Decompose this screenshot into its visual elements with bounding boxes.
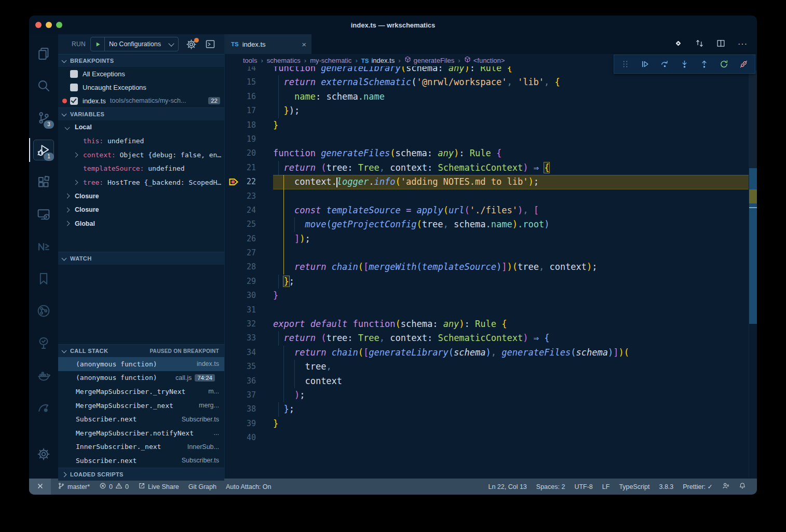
call-stack-frame[interactable]: Subscriber.nextSubscriber.ts [58, 454, 224, 468]
breadcrumb-item[interactable]: schematics [267, 57, 301, 64]
restart-button[interactable] [720, 60, 728, 69]
breadcrumb-item[interactable]: TSindex.ts [361, 57, 395, 64]
start-debug-icon[interactable] [94, 41, 101, 48]
code-line-23[interactable]: 23 [225, 189, 757, 203]
code-line-20[interactable]: 20function generateFiles(schema: any): R… [225, 146, 757, 160]
compare-icon[interactable] [695, 39, 704, 50]
configure-gear-icon[interactable] [186, 39, 197, 50]
status-auto-attach[interactable]: Auto Attach: On [221, 479, 276, 495]
code-line-24[interactable]: 24 const templateSource = apply(url('./f… [225, 203, 757, 217]
activity-item-git-graph[interactable] [29, 295, 58, 327]
code-line-17[interactable]: 17 }); [225, 104, 757, 118]
status-problems[interactable]: 00 [94, 479, 133, 495]
code-line-29[interactable]: 29 }; [225, 275, 757, 289]
breadcrumb-item[interactable]: <function> [464, 56, 505, 64]
status-git-branch[interactable]: master* [53, 479, 94, 495]
code-line-18[interactable]: 18} [225, 118, 757, 132]
call-stack-frame[interactable]: InnerSubscriber._nextInnerSub... [58, 440, 224, 454]
code-line-26[interactable]: 26 ]); [225, 232, 757, 246]
variables-header[interactable]: VARIABLES [58, 107, 224, 120]
variable-row[interactable]: templateSource: undefined [58, 162, 224, 176]
activity-item-redwood[interactable] [29, 391, 58, 424]
activity-item-source-control[interactable]: 3 [29, 102, 58, 134]
activity-item-explorer[interactable] [29, 37, 58, 70]
breakpoint-checkbox[interactable] [70, 84, 78, 91]
more-actions-icon[interactable]: ··· [738, 39, 748, 49]
call-stack-frame[interactable]: MergeMapSubscriber._tryNextm... [58, 385, 224, 399]
variable-row[interactable]: tree: HostTree {_backend: ScopedH… [58, 175, 224, 189]
breakpoint-row[interactable]: Uncaught Exceptions [58, 80, 224, 94]
code-line-31[interactable]: 31 [225, 303, 757, 317]
status-feedback[interactable] [717, 479, 734, 495]
step-over-button[interactable] [660, 60, 669, 69]
continue-button[interactable] [641, 60, 649, 69]
activity-item-docker[interactable] [29, 359, 58, 391]
breakpoint-checkbox[interactable] [70, 70, 78, 78]
scrollbar[interactable] [749, 66, 757, 479]
status-prettier[interactable]: Prettier: ✓ [678, 479, 717, 495]
activity-item-nx-console[interactable] [29, 230, 58, 263]
close-tab-icon[interactable]: × [302, 40, 306, 49]
activity-item-todo-tree[interactable] [29, 327, 58, 359]
code-line-35[interactable]: 35 tree, [225, 360, 757, 374]
code-line-15[interactable]: 15 return externalSchematic('@nrwl/works… [225, 75, 757, 89]
status-cursor-position[interactable]: Ln 22, Col 13 [483, 479, 531, 495]
code-line-32[interactable]: 32export default function(schema: any): … [225, 317, 757, 331]
breakpoint-checkbox[interactable] [70, 97, 78, 105]
variable-row[interactable]: context: Object {debug: false, en… [58, 148, 224, 162]
call-stack-frame[interactable]: MergeMapSubscriber._nextmerg... [58, 399, 224, 413]
disconnect-button[interactable] [739, 60, 748, 69]
activity-item-remote-explorer[interactable] [29, 198, 58, 230]
status-notifications[interactable] [734, 479, 751, 495]
code-line-28[interactable]: 28 return chain([mergeWith(templateSourc… [225, 260, 757, 274]
variables-scope-row[interactable]: Global [58, 217, 224, 231]
status-indentation[interactable]: Spaces: 2 [532, 479, 570, 495]
diamond-icon[interactable] [674, 39, 683, 50]
call-stack-header[interactable]: CALL STACK PAUSED ON BREAKPOINT [58, 344, 224, 357]
code-line-36[interactable]: 36 context [225, 374, 757, 388]
code-line-27[interactable]: 27 [225, 246, 757, 260]
watch-header[interactable]: WATCH [58, 252, 224, 265]
status-language-mode[interactable]: TypeScript [614, 479, 654, 495]
call-stack-frame[interactable]: Subscriber.nextSubscriber.ts [58, 412, 224, 426]
activity-item-run-and-debug[interactable]: 1 [29, 134, 58, 166]
variable-row[interactable]: this: undefined [58, 134, 224, 148]
status-git-graph-status[interactable]: Git Graph [184, 479, 221, 495]
breakpoint-row[interactable]: index.tstools/schematics/my-sch...22 [58, 94, 224, 107]
call-stack-frame[interactable]: (anonymous function)call.js74:24 [58, 371, 224, 385]
variables-scope-row[interactable]: Closure [58, 189, 224, 203]
loaded-scripts-header[interactable]: LOADED SCRIPTS [58, 468, 224, 481]
breakpoints-header[interactable]: BREAKPOINTS [58, 54, 224, 67]
code-line-34[interactable]: 34 return chain([generateLibrary(schema)… [225, 346, 757, 360]
launch-config-dropdown[interactable]: No Configurations [90, 37, 179, 51]
status-encoding[interactable]: UTF-8 [570, 479, 597, 495]
current-breakpoint-icon[interactable] [229, 178, 239, 186]
code-line-37[interactable]: 37 ); [225, 388, 757, 402]
code-line-16[interactable]: 16 name: schema.name [225, 90, 757, 104]
activity-item-extensions[interactable] [29, 166, 58, 198]
code-line-39[interactable]: 39} [225, 417, 757, 431]
code-line-19[interactable]: 19 [225, 132, 757, 146]
status-remote-indicator[interactable] [29, 479, 51, 495]
activity-item-settings[interactable] [29, 438, 58, 470]
code-line-33[interactable]: 33 return (tree: Tree, context: Schemati… [225, 331, 757, 345]
code-line-30[interactable]: 30} [225, 289, 757, 303]
activity-item-bookmarks[interactable] [29, 263, 58, 295]
status-live-share[interactable]: Live Share [133, 479, 184, 495]
activity-item-search[interactable] [29, 70, 58, 102]
code-line-25[interactable]: 25 move(getProjectConfig(tree, schema.na… [225, 217, 757, 231]
code-line-22[interactable]: 22 context.logger.info('adding NOTES.md … [225, 175, 757, 189]
variables-scope-row[interactable]: Local [58, 120, 224, 134]
debug-console-icon[interactable] [205, 39, 215, 49]
code-line-21[interactable]: 21 return (tree: Tree, context: Schemati… [225, 161, 757, 175]
breadcrumb-item[interactable]: generateFiles [404, 56, 455, 64]
code-editor[interactable]: 14function generateLibrary(schema: any):… [225, 66, 757, 479]
variables-scope-row[interactable]: Closure [58, 203, 224, 217]
call-stack-frame[interactable]: MergeMapSubscriber.notifyNext... [58, 426, 224, 440]
status-ts-version[interactable]: 3.8.3 [654, 479, 678, 495]
call-stack-frame[interactable]: (anonymous function)index.ts [58, 357, 224, 371]
breadcrumb-item[interactable]: tools [243, 57, 257, 64]
breakpoint-row[interactable]: All Exceptions [58, 67, 224, 80]
breadcrumb-item[interactable]: my-schematic [310, 57, 351, 64]
step-out-button[interactable] [700, 60, 709, 69]
